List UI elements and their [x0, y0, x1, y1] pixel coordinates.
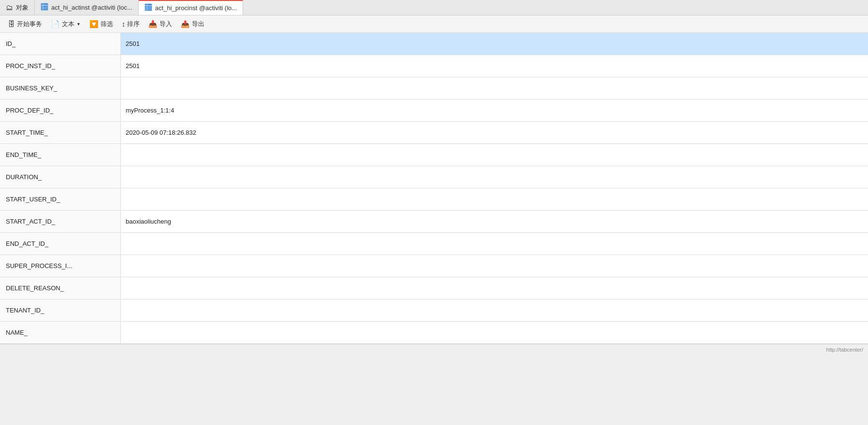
sort-icon: ↕	[122, 20, 126, 28]
field-input-end-time-[interactable]	[121, 144, 868, 166]
status-bar: http://tabcenter/	[0, 344, 868, 354]
text-button[interactable]: 📄 文本 ▼	[47, 18, 85, 30]
field-input-start-time-[interactable]	[121, 122, 868, 143]
field-label-proc-inst-id-: PROC_INST_ID_	[0, 55, 121, 77]
tab-actinst-label: act_hi_actinst @activiti (loc...	[51, 4, 132, 11]
import-icon: 📥	[148, 20, 158, 28]
field-input-name-[interactable]	[121, 322, 868, 343]
form-row: ID_	[0, 33, 868, 55]
field-input-duration-[interactable]	[121, 166, 868, 188]
field-input-super-process-i---[interactable]	[121, 255, 868, 277]
record-form: ID_PROC_INST_ID_BUSINESS_KEY_PROC_DEF_ID…	[0, 33, 868, 344]
sort-button[interactable]: ↕ 排序	[118, 18, 144, 30]
database-icon: 🗄	[8, 20, 15, 28]
tab-actinst[interactable]: act_hi_actinst @activiti (loc...	[35, 0, 139, 15]
import-button[interactable]: 📥 导入	[145, 18, 176, 30]
form-row: PROC_DEF_ID_	[0, 99, 868, 122]
field-label-start-time-: START_TIME_	[0, 122, 121, 143]
field-label-id-: ID_	[0, 33, 121, 55]
filter-icon: 🔽	[89, 20, 99, 28]
form-row: START_ACT_ID_	[0, 211, 868, 233]
form-row: NAME_	[0, 322, 868, 344]
tabs-bar: 🗂 对象 act_hi_actinst @activiti (loc...	[0, 0, 868, 15]
field-input-proc-inst-id-[interactable]	[121, 55, 868, 77]
field-input-tenant-id-[interactable]	[121, 299, 868, 321]
field-label-delete-reason-: DELETE_REASON_	[0, 277, 121, 299]
field-label-name-: NAME_	[0, 322, 121, 343]
field-label-end-time-: END_TIME_	[0, 144, 121, 166]
export-button[interactable]: 📤 导出	[177, 18, 208, 30]
form-row: PROC_INST_ID_	[0, 55, 868, 77]
text-label: 文本	[62, 20, 74, 28]
field-input-start-user-id-[interactable]	[121, 188, 868, 210]
status-url: http://tabcenter/	[826, 347, 863, 353]
export-label: 导出	[192, 20, 204, 28]
toolbar: 🗄 开始事务 📄 文本 ▼ 🔽 筛选 ↕ 排序 📥 导入 📤 导出	[0, 15, 868, 33]
field-input-id-[interactable]	[121, 33, 868, 55]
svg-rect-0	[41, 3, 48, 10]
field-label-start-act-id-: START_ACT_ID_	[0, 211, 121, 232]
text-icon: 📄	[51, 20, 60, 28]
table-icon-1	[41, 3, 48, 12]
field-label-super-process-i---: SUPER_PROCESS_I...	[0, 255, 121, 277]
field-label-start-user-id-: START_USER_ID_	[0, 188, 121, 210]
form-row: END_TIME_	[0, 144, 868, 166]
form-row: DELETE_REASON_	[0, 277, 868, 299]
form-row: SUPER_PROCESS_I...	[0, 255, 868, 277]
field-label-business-key-: BUSINESS_KEY_	[0, 77, 121, 99]
form-row: BUSINESS_KEY_	[0, 77, 868, 99]
field-input-end-act-id-[interactable]	[121, 233, 868, 255]
filter-label: 筛选	[101, 20, 113, 28]
field-input-delete-reason-[interactable]	[121, 277, 868, 299]
field-label-duration-: DURATION_	[0, 166, 121, 188]
tab-objects-label: 对象	[16, 3, 29, 12]
svg-rect-5	[145, 4, 152, 11]
begin-transaction-button[interactable]: 🗄 开始事务	[4, 18, 46, 30]
export-icon: 📤	[181, 20, 190, 28]
field-input-business-key-[interactable]	[121, 77, 868, 99]
dropdown-icon: ▼	[76, 22, 81, 27]
filter-button[interactable]: 🔽 筛选	[86, 18, 117, 30]
import-label: 导入	[159, 20, 172, 28]
field-input-start-act-id-[interactable]	[121, 211, 868, 232]
tab-objects[interactable]: 🗂 对象	[0, 0, 35, 15]
tab-procinst[interactable]: act_hi_procinst @activiti (lo...	[139, 0, 243, 15]
form-row: TENANT_ID_	[0, 299, 868, 322]
form-row: START_TIME_	[0, 122, 868, 144]
field-label-proc-def-id-: PROC_DEF_ID_	[0, 99, 121, 121]
field-label-end-act-id-: END_ACT_ID_	[0, 233, 121, 255]
field-input-proc-def-id-[interactable]	[121, 99, 868, 121]
sort-label: 排序	[127, 20, 140, 28]
begin-transaction-label: 开始事务	[17, 20, 42, 28]
form-row: START_USER_ID_	[0, 188, 868, 211]
field-label-tenant-id-: TENANT_ID_	[0, 299, 121, 321]
form-row: DURATION_	[0, 166, 868, 188]
table-icon-2	[145, 3, 152, 13]
form-row: END_ACT_ID_	[0, 233, 868, 255]
object-tab-icon: 🗂	[6, 3, 13, 12]
tab-procinst-label: act_hi_procinst @activiti (lo...	[155, 4, 237, 12]
